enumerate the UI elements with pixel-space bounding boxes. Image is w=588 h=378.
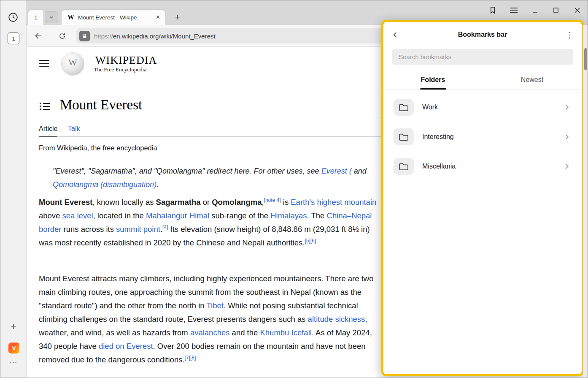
text-segment: and xyxy=(352,167,367,175)
text-segment: sub-range of the xyxy=(209,211,270,220)
bookmark-search xyxy=(392,49,573,65)
url-text: https://en.wikipedia.org/wiki/Mount_Ever… xyxy=(94,33,216,40)
panel-tabs: Folders Newest xyxy=(383,71,582,90)
toc-list-icon[interactable] xyxy=(39,102,50,112)
panel-header: Bookmarks bar ⋮ xyxy=(383,22,582,47)
tab-newest[interactable]: Newest xyxy=(483,71,582,90)
text-segment: or xyxy=(201,198,212,207)
chevron-right-icon xyxy=(562,132,572,141)
wiki-link[interactable]: Khumbu Icefall xyxy=(260,328,311,337)
ref-link[interactable]: [6] xyxy=(310,238,316,244)
paragraph-2: Mount Everest attracts many climbers, in… xyxy=(39,272,377,367)
ref-link[interactable]: [note 4] xyxy=(264,197,281,203)
close-tab-icon[interactable]: × xyxy=(155,14,161,21)
text-segment: "Everest", "Sagarmatha", and "Qomolangma… xyxy=(53,167,321,175)
maximize-button[interactable] xyxy=(545,2,566,19)
scrollbar-thumb[interactable] xyxy=(584,48,587,70)
browser-window: 1 + V ⋯ 1 W Mount Everest - Wikipe × + xyxy=(0,0,588,378)
wikipedia-tagline: The Free Encyclopedia xyxy=(94,66,146,73)
text-segment: is xyxy=(281,198,291,207)
text-segment: and the xyxy=(229,328,260,337)
close-window-button[interactable] xyxy=(566,2,588,19)
wiki-link[interactable]: summit point xyxy=(116,225,160,234)
wiki-link[interactable]: Everest ( xyxy=(321,167,352,175)
from-wikipedia-line: From Wikipedia, the free encyclopedia xyxy=(39,144,157,152)
workspace-count: 1 xyxy=(12,35,15,42)
page-title: Mount Everest xyxy=(60,97,142,113)
sidebar-more-button[interactable]: ⋯ xyxy=(0,358,27,367)
url-path: en.wikipedia.org/wiki/Mount_Everest xyxy=(113,33,216,40)
ref-link[interactable]: [4] xyxy=(162,224,168,230)
paragraph-1: Mount Everest, known locally as Sagarmat… xyxy=(39,196,377,250)
lock-icon[interactable] xyxy=(79,31,90,41)
wiki-link[interactable]: Himalayas xyxy=(270,211,307,220)
folder-row-work[interactable]: Work xyxy=(383,92,582,122)
new-tab-button[interactable]: + xyxy=(172,11,183,23)
chevron-right-icon xyxy=(562,162,572,171)
folder-icon xyxy=(394,128,414,145)
search-input[interactable] xyxy=(392,49,573,65)
tab-article[interactable]: Article xyxy=(39,125,57,137)
left-sidebar: 1 + V ⋯ xyxy=(0,0,27,378)
wiki-link[interactable]: Qomolangma (disambiguation) xyxy=(53,180,156,189)
vivaldi-logo-icon[interactable]: V xyxy=(8,343,19,354)
wikipedia-favicon: W xyxy=(67,14,74,21)
text-segment: . The xyxy=(307,211,327,220)
wikipedia-logo[interactable] xyxy=(61,52,84,76)
kebab-menu-icon[interactable]: ⋮ xyxy=(564,29,576,41)
text-segment: . xyxy=(156,180,159,189)
bookmarks-panel: Bookmarks bar ⋮ Folders Newest Work xyxy=(381,20,584,376)
text-segment: Qomolangma xyxy=(212,198,262,207)
panel-title: Bookmarks bar xyxy=(458,31,507,38)
bookmarks-panel-icon[interactable] xyxy=(482,2,503,19)
text-segment: runs across its xyxy=(61,225,116,234)
hatnote: "Everest", "Sagarmatha", and "Qomolangma… xyxy=(53,164,394,191)
text-segment: above xyxy=(39,211,62,220)
wiki-link[interactable]: Earth's highest mountain xyxy=(291,198,376,207)
wiki-link[interactable]: altitude sickness xyxy=(308,315,365,324)
menu-icon[interactable] xyxy=(503,2,524,19)
window-panel-button[interactable]: 1 xyxy=(8,33,19,44)
tab-title: Mount Everest - Wikipe xyxy=(78,14,155,21)
folder-list: Work Interesting xyxy=(383,92,582,181)
clock-icon[interactable] xyxy=(8,12,19,23)
add-panel-button[interactable]: + xyxy=(0,321,27,332)
tab-list-dropdown[interactable] xyxy=(45,11,58,23)
wiki-link[interactable]: died on Everest xyxy=(99,342,153,351)
ref-link[interactable]: [8] xyxy=(190,355,196,361)
back-button[interactable] xyxy=(32,30,44,42)
folder-row-interesting[interactable]: Interesting xyxy=(383,122,582,152)
folder-icon xyxy=(394,99,414,116)
minimize-button[interactable] xyxy=(524,2,545,19)
text-segment: Mount Everest xyxy=(39,198,92,207)
text-segment: , known locally as xyxy=(92,198,156,207)
folder-name: Miscellania xyxy=(422,163,562,170)
chevron-right-icon xyxy=(562,103,572,112)
folder-name: Interesting xyxy=(422,133,562,141)
back-chevron-icon[interactable] xyxy=(389,29,401,41)
hamburger-menu-icon[interactable] xyxy=(39,60,49,68)
folder-icon xyxy=(394,158,414,175)
wiki-link[interactable]: Tibet xyxy=(206,301,223,310)
folder-name: Work xyxy=(422,103,562,111)
wiki-link[interactable]: sea level xyxy=(62,211,93,220)
wiki-link[interactable]: avalanches xyxy=(190,328,230,337)
wiki-link[interactable]: Mahalangur Himal xyxy=(146,211,209,220)
tab-folders[interactable]: Folders xyxy=(383,71,483,90)
text-segment: , located in the xyxy=(93,211,146,220)
wikipedia-wordmark[interactable]: WIKIPEDIA xyxy=(95,54,157,67)
chevron-down-icon xyxy=(49,14,54,20)
browser-tab[interactable]: W Mount Everest - Wikipe × xyxy=(62,10,165,25)
window-controls xyxy=(482,0,588,20)
tab-talk[interactable]: Talk xyxy=(68,125,80,133)
ref-link[interactable]: [7] xyxy=(185,355,190,361)
text-segment: Sagarmatha xyxy=(156,198,201,207)
tab-counter[interactable]: 1 xyxy=(28,10,43,25)
page-scrollbar[interactable] xyxy=(583,25,588,378)
folder-row-miscellania[interactable]: Miscellania xyxy=(383,152,582,181)
ref-link[interactable]: [5] xyxy=(305,238,310,244)
url-scheme: https:// xyxy=(94,33,113,40)
reload-button[interactable] xyxy=(56,30,68,42)
